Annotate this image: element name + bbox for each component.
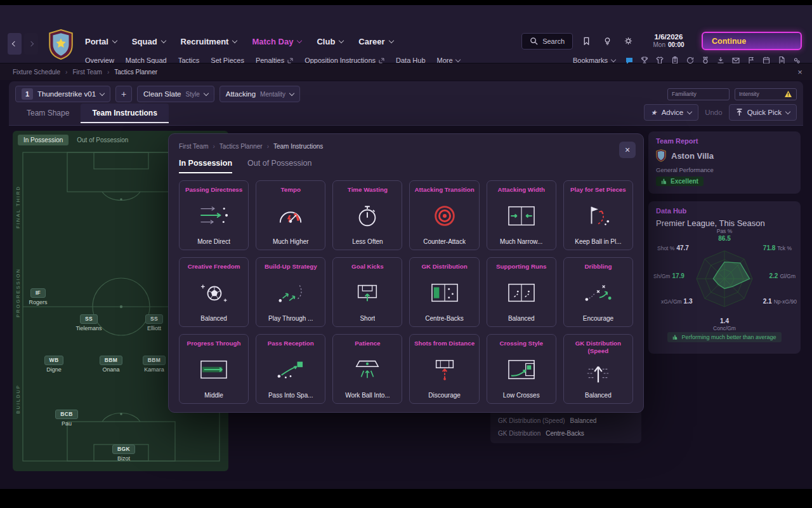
nav-match-day[interactable]: Match Day	[252, 37, 301, 46]
zone-buildup: BUILDUP	[14, 372, 22, 425]
modal-tabs: In Possession Out of Possession	[175, 151, 637, 173]
chevron-down-icon	[160, 37, 166, 43]
team-instructions-modal: First Team › Tactics Planner › Team Inst…	[168, 133, 644, 413]
undo-button[interactable]: Undo	[705, 109, 723, 116]
instruction-card-creative-freedom[interactable]: Creative Freedom Balanced	[179, 257, 249, 327]
player-chip-tielemans[interactable]: SSTielemans	[62, 312, 116, 331]
game-date: 1/6/2026 Mon00:00	[641, 32, 696, 50]
set-pieces-icon	[581, 194, 615, 238]
build-up-strategy-icon	[273, 271, 308, 315]
summary-row: GK Distribution (Speed)Balanced	[498, 415, 634, 425]
radar-stat-conc: 1.4Conc/Gm	[713, 318, 736, 332]
instruction-card-crossing-style[interactable]: Crossing Style Low Crosses	[487, 334, 556, 404]
style-select[interactable]: Clean Slate Style	[137, 86, 214, 102]
tab-team-shape[interactable]: Team Shape	[15, 104, 81, 123]
nav-club[interactable]: Club	[317, 37, 343, 46]
instruction-card-time-wasting[interactable]: Time Wasting Less Often	[332, 180, 402, 250]
club-link[interactable]: Aston Villa	[656, 149, 793, 162]
player-chip-pau[interactable]: BCBPau	[39, 407, 94, 427]
passing-directness-icon	[197, 194, 231, 238]
close-planner-icon[interactable]	[794, 66, 806, 77]
search-button[interactable]: Search	[521, 33, 573, 50]
top-bar: Portal Squad Recruitment Match Day Club …	[0, 5, 812, 64]
familiarity-meter: Familiarity	[667, 88, 730, 100]
creative-freedom-icon	[197, 271, 231, 315]
star-icon	[651, 109, 657, 117]
hint-bulb-icon[interactable]	[599, 34, 615, 49]
forward-button[interactable]	[24, 33, 38, 55]
instruction-card-tempo[interactable]: Tempo Much Higher	[256, 180, 325, 250]
chevron-down-icon	[297, 37, 302, 43]
thumbs-up-icon	[661, 178, 667, 185]
time-wasting-icon	[350, 194, 384, 238]
modal-close-icon[interactable]	[619, 142, 636, 158]
tab-out-of-possession[interactable]: Out of Possession	[247, 159, 311, 173]
chevron-down-icon	[339, 37, 344, 43]
player-chip-bizot[interactable]: BGKBizot	[96, 442, 151, 462]
nav-portal[interactable]: Portal	[85, 37, 117, 46]
instruction-card-patience[interactable]: Patience Work Ball Into...	[332, 334, 402, 404]
chevron-down-icon	[388, 37, 393, 43]
instruction-card-passing-directness[interactable]: Passing Directness More Direct	[179, 180, 249, 250]
advice-button[interactable]: Advice	[644, 104, 698, 121]
instruction-card-supporting-runs[interactable]: Supporting Runs Balanced	[487, 257, 556, 327]
chevron-left-icon	[12, 41, 17, 46]
instruction-card-progress-through[interactable]: Progress Through Middle	[179, 334, 249, 404]
breadcrumb-separator: ›	[107, 69, 109, 76]
instruction-card-goal-kicks[interactable]: Goal Kicks Short	[332, 257, 402, 327]
bookmark-icon[interactable]	[579, 34, 594, 49]
crossing-style-icon	[504, 347, 539, 392]
instruction-card-dribbling[interactable]: Dribbling Encourage	[563, 257, 633, 327]
breadcrumb-bar: Fixture Schedule › First Team › Tactics …	[0, 64, 812, 80]
radar-stat-npxg: 2.1Np-xG/90	[763, 298, 797, 305]
modal-crumb-team-instructions: Team Instructions	[273, 143, 323, 150]
attacking-width-icon	[504, 194, 539, 238]
breadcrumb-fixture-schedule[interactable]: Fixture Schedule	[13, 69, 60, 76]
radar-stat-shgm: Sh/Gm17.9	[653, 272, 684, 279]
tab-in-possession-pitch[interactable]: In Possession	[18, 135, 69, 145]
tab-in-possession[interactable]: In Possession	[179, 159, 232, 173]
chevron-down-icon	[785, 109, 790, 114]
history-nav	[8, 33, 38, 55]
breadcrumb-first-team[interactable]: First Team	[72, 69, 102, 76]
instruction-card-gk-distribution-speed[interactable]: GK Distribution (Speed Balanced	[563, 334, 633, 404]
tactic-meters: Familiarity Intensity	[667, 88, 797, 100]
performance-rating-badge: Excellent	[656, 177, 704, 186]
instruction-card-grid: Passing Directness More Direct Tempo Muc…	[175, 173, 637, 405]
mini-crest-icon	[656, 149, 666, 162]
instruction-card-attacking-width[interactable]: Attacking Width Much Narrow...	[487, 180, 556, 250]
tactic-select[interactable]: 1 Thunderstrike v01	[15, 86, 110, 102]
player-chip-rogers[interactable]: IFRogers	[13, 286, 65, 305]
instruction-card-pass-reception[interactable]: Pass Reception Pass Into Spa...	[256, 334, 325, 404]
planner-controls: Advice Undo Quick Pick	[644, 104, 797, 123]
settings-gear-icon[interactable]	[620, 34, 636, 49]
instruction-card-gk-distribution[interactable]: GK Distribution Centre-Backs	[409, 257, 479, 327]
tab-out-of-possession-pitch[interactable]: Out of Possession	[71, 135, 134, 145]
nav-recruitment[interactable]: Recruitment	[181, 37, 237, 46]
quick-pick-button[interactable]: Quick Pick	[729, 104, 797, 121]
back-button[interactable]	[8, 33, 22, 55]
modal-crumb-tactics-planner[interactable]: Tactics Planner	[219, 143, 263, 150]
mentality-select[interactable]: Attacking Mentality	[219, 86, 300, 102]
instruction-card-play-for-set-pieces[interactable]: Play for Set Pieces Keep Ball in Pl...	[563, 180, 633, 250]
instruction-card-shots-from-distance[interactable]: Shots from Distance Discourage	[409, 334, 479, 404]
continue-button[interactable]: Continue	[702, 32, 802, 50]
intensity-meter: Intensity	[735, 88, 797, 100]
nav-career[interactable]: Career	[358, 37, 393, 46]
nav-squad[interactable]: Squad	[132, 37, 166, 46]
player-chip-digne[interactable]: WBDigne	[27, 353, 81, 373]
instruction-card-attacking-transition[interactable]: Attacking Transition Counter-Attack	[409, 180, 479, 250]
breadcrumb-tactics-planner: Tactics Planner	[114, 69, 157, 76]
top-right-controls: Search 1/6/2026 Mon00:00 Continue	[521, 32, 802, 50]
tab-team-instructions[interactable]: Team Instructions	[81, 104, 168, 123]
data-hub-title: Data Hub	[656, 207, 793, 215]
instruction-card-build-up-strategy[interactable]: Build-Up Strategy Play Through ...	[256, 257, 325, 327]
goal-kicks-icon	[350, 271, 384, 315]
team-report-title: Team Report	[656, 137, 793, 145]
general-performance-label: General Performance	[656, 166, 793, 173]
thumbs-up-icon	[672, 334, 678, 340]
modal-crumb-first-team[interactable]: First Team	[179, 143, 209, 150]
external-link-icon	[287, 58, 293, 64]
add-tactic-button[interactable]: +	[115, 86, 132, 102]
attacking-transition-icon	[428, 194, 462, 238]
